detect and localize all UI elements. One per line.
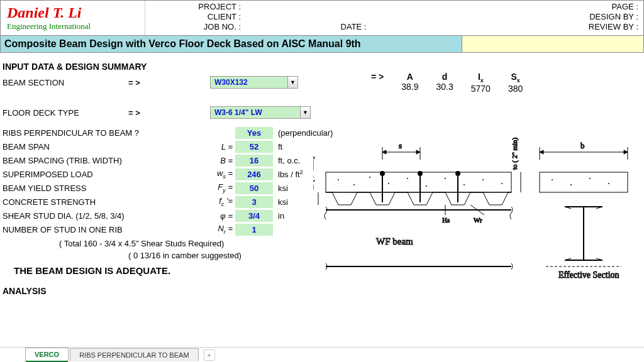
superload-value[interactable]: 246: [235, 168, 273, 180]
wf-label: WF beam: [376, 236, 413, 246]
beam-section-dropdown[interactable]: W30X132 ▼: [210, 76, 298, 89]
svg-point-7: [445, 178, 446, 179]
design-label: DESIGN BY :: [466, 12, 638, 22]
stud-dia-label: SHEAR STUD DIA. (1/2, 5/8, 3/4): [3, 211, 210, 221]
prop-Ix-head: Ix: [471, 72, 491, 84]
span-label: BEAM SPAN: [3, 142, 210, 151]
svg-point-5: [407, 178, 408, 179]
arrow: = >: [128, 108, 210, 118]
meta-right: PAGE : DESIGN BY : REVIEW BY :: [461, 1, 643, 35]
dim-to: to ( 2" min): [511, 137, 519, 170]
content: INPUT DATA & DESIGN SUMMARY BEAM SECTION…: [0, 53, 644, 301]
chevron-down-icon[interactable]: ▼: [287, 77, 297, 88]
meta-left: PROJECT : CLIENT : JOB NO. :: [145, 1, 246, 35]
svg-point-17: [456, 172, 460, 175]
date-label: DATE :: [341, 22, 367, 31]
spacing-label: BEAM SPACING (TRIB. WIDTH): [3, 156, 210, 165]
row-beam-section: BEAM SECTION = > W30X132 ▼: [3, 75, 641, 89]
svg-point-1: [338, 179, 339, 180]
header: Daniel T. Li Engineering International P…: [0, 0, 644, 36]
prop-Sx-val: 380: [508, 84, 523, 94]
sym-phi: φ =: [210, 211, 235, 221]
spacing-value[interactable]: 16: [235, 155, 273, 167]
concrete-value[interactable]: 3: [235, 196, 273, 208]
arrow: = >: [128, 78, 210, 87]
project-label: PROJECT :: [150, 2, 241, 12]
svg-point-6: [426, 185, 427, 187]
props-arrow: = >: [371, 72, 384, 82]
section-diagram: s hr ( 3" max) WF beam Hs Wr to ( 2" min…: [313, 134, 634, 298]
svg-point-28: [552, 179, 553, 180]
floor-deck-value: W3-6 1/4" LW: [211, 108, 300, 117]
jobno-label: JOB NO. :: [150, 22, 241, 32]
prop-Ix-val: 5770: [471, 84, 491, 94]
sheet-title: Composite Beam Design with Verco Floor D…: [0, 36, 462, 53]
span-value[interactable]: 52: [235, 141, 273, 153]
svg-point-4: [388, 183, 389, 184]
yield-label: BEAM YIELD STRESS: [3, 184, 210, 193]
tab-verco[interactable]: VERCO: [25, 348, 69, 362]
svg-point-31: [608, 183, 609, 184]
logo: Daniel T. Li Engineering International: [1, 1, 145, 35]
sym-L: L =: [210, 142, 235, 151]
section-properties: = > A38.9 d30.3 Ix5770 Sx380: [371, 72, 523, 94]
prop-Sx-head: Sx: [508, 72, 523, 84]
tab-add[interactable]: +: [204, 349, 215, 361]
chevron-down-icon[interactable]: ▼: [300, 107, 310, 118]
floor-deck-label: FLOOR DECK TYPE: [3, 108, 128, 118]
tab-ribs[interactable]: RIBS PERPENDICULAR TO BEAM: [70, 348, 198, 361]
client-label: CLIENT :: [150, 12, 241, 22]
svg-point-29: [570, 184, 572, 185]
superload-label: SUPERIMPOSED LOAD: [3, 170, 210, 179]
sym-Nr: Nr =: [210, 224, 235, 235]
num-stud-value[interactable]: 1: [235, 224, 273, 236]
sym-ws: ws =: [210, 168, 235, 180]
dim-s: s: [399, 141, 402, 150]
sym-B: B =: [210, 156, 235, 165]
floor-deck-dropdown[interactable]: W3-6 1/4" LW ▼: [210, 106, 311, 119]
svg-point-8: [464, 184, 465, 185]
concrete-label: CONCRETE STRENGTH: [3, 197, 210, 207]
svg-point-3: [369, 177, 370, 178]
dim-b: b: [580, 141, 585, 150]
meta-mid: DATE :: [246, 1, 461, 35]
sheet-tabs: VERCO RIBS PERPENDICULAR TO BEAM +: [0, 347, 644, 362]
prop-A-val: 38.9: [401, 82, 418, 92]
sym-fc: fc '=: [210, 196, 235, 207]
svg-point-9: [482, 179, 484, 180]
company-name: Daniel T. Li: [7, 4, 138, 21]
svg-point-13: [380, 172, 384, 175]
svg-rect-27: [540, 172, 628, 192]
title-side: [462, 36, 644, 53]
review-label: REVIEW BY :: [466, 22, 638, 32]
company-sub: Engineering International: [7, 21, 138, 31]
eff-label: Effective Section: [558, 270, 619, 280]
svg-point-2: [353, 184, 355, 185]
yield-value[interactable]: 50: [235, 182, 273, 194]
prop-d-val: 30.3: [436, 82, 453, 92]
prop-A-head: A: [401, 72, 418, 82]
svg-point-30: [589, 178, 591, 179]
svg-point-15: [418, 172, 422, 175]
svg-point-10: [501, 183, 502, 184]
ribs-perp-value[interactable]: Yes: [235, 127, 273, 139]
prop-d-head: d: [436, 72, 453, 82]
dim-hr: hr ( 3" max): [313, 156, 315, 190]
title-bar: Composite Beam Design with Verco Floor D…: [0, 36, 644, 53]
num-stud-label: NUMBER OF STUD IN ONE RIB: [3, 225, 210, 234]
beam-section-value: W30X132: [211, 78, 287, 87]
ribs-perp-label: RIBS PERPENDICULAR TO BEAM ?: [3, 128, 153, 138]
page-label: PAGE :: [466, 2, 638, 12]
beam-section-label: BEAM SECTION: [3, 78, 128, 87]
stud-dia-value[interactable]: 3/4: [235, 210, 273, 222]
sym-Fy: Fy =: [210, 182, 235, 194]
section-head: INPUT DATA & DESIGN SUMMARY: [3, 62, 641, 72]
dim-hs: Hs: [442, 216, 450, 224]
row-floor-deck: FLOOR DECK TYPE = > W3-6 1/4" LW ▼: [3, 106, 641, 119]
dim-wr: Wr: [474, 216, 482, 224]
